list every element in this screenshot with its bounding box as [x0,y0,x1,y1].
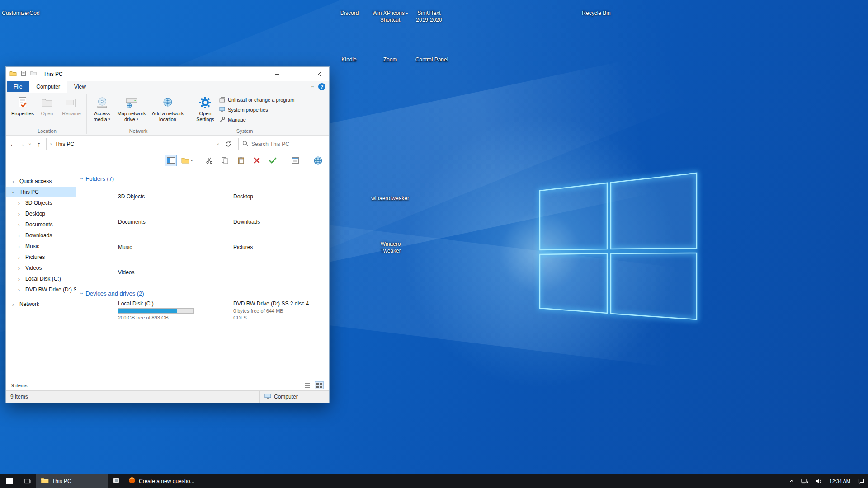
breadcrumb-chevron-icon[interactable]: › [50,141,52,146]
chevron-collapsed-icon[interactable]: › [15,200,23,206]
folder-tile-pictures[interactable]: Pictures [208,235,323,260]
minimize-button[interactable] [267,67,288,81]
chevron-collapsed-icon[interactable]: › [15,286,23,293]
folder-tile-music[interactable]: Music [93,235,208,260]
search-box[interactable] [238,138,326,150]
chevron-collapsed-icon[interactable]: › [15,221,23,228]
breadcrumb[interactable]: This PC [55,141,214,147]
chevron-collapsed-icon[interactable]: › [15,211,23,217]
folder-tile-desktop[interactable]: Desktop [208,184,323,209]
chevron-collapsed-icon[interactable]: › [15,243,23,250]
desktop-icon-win-xp-icons-shortcut[interactable]: Win XP icons - Shortcut [373,10,408,23]
qat-new-folder-icon[interactable] [30,70,37,77]
properties-button[interactable]: Properties [10,94,35,118]
chevron-collapsed-icon[interactable]: › [9,301,17,308]
desktop-icon-recycle-bin[interactable]: Recycle Bin [582,10,610,17]
nav-item-desktop[interactable]: ›Desktop [6,208,76,219]
tab-view[interactable]: View [67,81,93,92]
desktop-icon-simutext-2019-2020[interactable]: SimUText 2019-2020 [416,10,442,23]
thumbnails-view-button[interactable] [315,381,324,389]
folders-group-header[interactable]: › Folders (7) [81,173,329,184]
help-icon[interactable]: ? [318,83,326,90]
nav-item-dvd-rw-drive-d-ss-2[interactable]: ›DVD RW Drive (D:) SS 2 [6,284,76,295]
manage-button[interactable]: Manage [217,116,296,124]
desktop-icon-winaero-tweaker[interactable]: Winaero Tweaker [380,241,401,254]
back-button[interactable]: ← [9,138,16,150]
taskbar-button-explorer[interactable]: This PC [36,474,108,488]
taskbar-button-browser[interactable]: Create a new questio... [124,474,199,488]
desktop-icon-discord[interactable]: Discord [340,10,359,17]
chevron-collapsed-icon[interactable]: › [15,276,23,282]
forward-button[interactable]: → [18,138,25,150]
nav-item-documents[interactable]: ›Documents [6,219,76,230]
add-network-location-button[interactable]: Add a network location [148,94,187,124]
volume-icon[interactable] [812,474,826,488]
details-pane-toggle-button[interactable] [165,155,177,166]
access-media-button[interactable]: Access media▼ [90,94,115,124]
nav-item-downloads[interactable]: ›Downloads [6,230,76,241]
collapse-group-icon[interactable]: › [79,178,85,179]
open-settings-button[interactable]: Open Settings [193,94,217,124]
open-button[interactable]: Open [35,94,59,118]
nav-item-quick-access[interactable]: ›Quick access [6,176,76,187]
tab-computer[interactable]: Computer [29,81,67,93]
action-center-icon[interactable] [854,474,868,488]
desktop-icon-customizergod[interactable]: CustomizerGod [2,10,39,17]
desktop-icon-kindle[interactable]: Kindle [341,56,356,63]
desktop-icon-zoom[interactable]: Zoom [383,56,397,63]
chevron-collapsed-icon[interactable]: › [15,232,23,239]
paste-button[interactable] [235,155,247,166]
titlebar[interactable]: This PC [6,67,329,81]
address-bar[interactable]: › This PC › [46,138,223,150]
tray-overflow-chevron-icon[interactable] [786,474,797,488]
folder-tile-videos[interactable]: Videos [93,260,208,285]
confirm-button[interactable] [267,155,278,166]
folder-options-button[interactable]: › [181,155,193,166]
folder-tile-downloads[interactable]: Downloads [208,209,323,235]
chevron-collapsed-icon[interactable]: › [15,265,23,272]
properties-form-button[interactable] [289,155,301,166]
start-button[interactable] [0,474,18,488]
search-input[interactable] [251,141,321,147]
nav-item-music[interactable]: ›Music [6,241,76,252]
nav-item-3d-objects[interactable]: ›3D Objects [6,197,76,208]
cut-button[interactable] [203,155,215,166]
nav-item-network[interactable]: ›Network [6,299,76,310]
recent-locations-icon[interactable]: › [27,138,33,150]
clock[interactable]: 12:34 AM [826,474,854,488]
system-properties-button[interactable]: System properties [217,106,296,114]
folder-tile-documents[interactable]: Documents [93,209,208,235]
details-view-button[interactable] [303,381,312,389]
maximize-button[interactable] [288,67,308,81]
task-view-button[interactable] [18,474,36,488]
delete-button[interactable] [251,155,263,166]
close-button[interactable] [308,67,329,81]
chevron-expanded-icon[interactable]: › [10,188,17,196]
chevron-collapsed-icon[interactable]: › [9,178,17,185]
address-dropdown-icon[interactable]: › [216,143,221,145]
collapse-group-icon[interactable]: › [79,292,85,294]
collapse-ribbon-icon[interactable]: › [309,85,315,87]
nav-item-pictures[interactable]: ›Pictures [6,252,76,263]
uninstall-program-button[interactable]: Uninstall or change a program [217,96,296,104]
devices-group-header[interactable]: › Devices and drives (2) [81,288,329,299]
copy-button[interactable] [219,155,231,166]
taskbar-button-app[interactable] [108,474,124,488]
map-network-drive-button[interactable]: Map network drive▼ [115,94,148,124]
up-button[interactable]: ↑ [36,138,42,150]
desktop-icon-winaerotweaker[interactable]: winaerotweaker [371,195,409,202]
drive-tile-dvd[interactable]: DVD RW Drive (D:) SS 2 disc 4 0 bytes fr… [208,300,323,328]
qat-properties-icon[interactable] [21,70,26,78]
tab-file[interactable]: File [7,81,29,92]
network-icon[interactable] [797,474,812,488]
drive-tile-local-disk[interactable]: Local Disk (C:) 200 GB free of 893 GB [93,300,208,328]
refresh-button[interactable] [225,138,232,150]
desktop-icon-control-panel[interactable]: Control Panel [415,56,448,63]
nav-item-videos[interactable]: ›Videos [6,263,76,273]
rename-button[interactable]: Rename [59,94,84,118]
chevron-collapsed-icon[interactable]: › [15,254,23,261]
nav-item-local-disk-c-[interactable]: ›Local Disk (C:) [6,273,76,284]
folder-tile-3d-objects[interactable]: 3D Objects [93,184,208,209]
nav-item-this-pc[interactable]: ›This PC [6,187,76,197]
internet-globe-button[interactable] [312,155,324,166]
